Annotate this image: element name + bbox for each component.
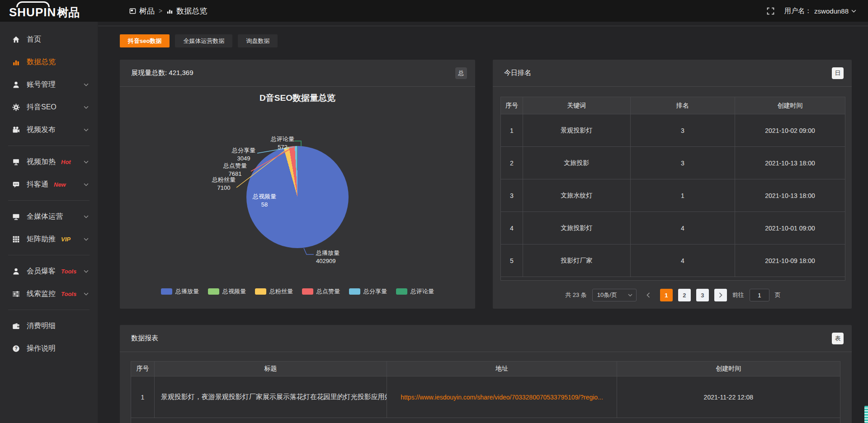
data-report-panel: 数据报表 表 序号 标题 地址 创建时间 — [120, 325, 852, 423]
breadcrumb: 树品 > 数据总览 — [129, 6, 207, 16]
page-button-1[interactable]: 1 — [660, 289, 673, 301]
legend-swatch — [302, 288, 313, 295]
legend-item-plays[interactable]: 总播放量 — [161, 287, 199, 296]
tools-badge: Tools — [61, 291, 76, 297]
pagination: 共 23 条 10条/页 1 2 3 — [500, 289, 845, 301]
user-icon — [12, 81, 20, 89]
chat-icon — [12, 181, 20, 188]
table-row: 3文旅水纹灯12021-10-13 18:00 — [501, 179, 845, 212]
table-row: 5投影灯厂家42021-10-09 18:00 — [501, 244, 845, 277]
logo-text-cn: 树品 — [57, 2, 80, 20]
video-camera-icon — [12, 126, 20, 134]
sidebar-item-consumption[interactable]: 消费明细 — [0, 315, 98, 337]
legend-item-likes[interactable]: 总点赞量 — [302, 287, 340, 296]
chevron-down-icon — [84, 160, 89, 164]
bar-chart-icon — [12, 58, 20, 66]
legend-swatch — [161, 288, 172, 295]
table-row: 2文旅投影32021-10-13 18:00 — [501, 147, 845, 179]
sidebar-item-member-leads[interactable]: 会员爆客 Tools — [0, 260, 98, 282]
breadcrumb-item-home[interactable]: 树品 — [129, 6, 155, 16]
seo-overview-panel: 展现量总数: 421,369 总 D音SEO数据量总览 总评论量572 总分享量… — [120, 60, 475, 309]
table-badge-button[interactable]: 表 — [832, 333, 844, 344]
top-bar: SHUPIN 树品 树品 > 数据总览 用户名：zswodun88 — [0, 0, 868, 22]
gear-icon — [12, 103, 20, 111]
breadcrumb-item-current[interactable]: 数据总览 — [166, 6, 207, 16]
page-button-2[interactable]: 2 — [678, 289, 691, 301]
impressions-total: 展现量总数: 421,369 — [131, 69, 193, 77]
breadcrumb-separator: > — [159, 7, 162, 14]
grid-icon — [12, 235, 20, 243]
pie-label-shares: 总分享量3049 — [222, 146, 265, 163]
total-badge-button[interactable]: 总 — [455, 67, 467, 79]
pie-label-fans: 总粉丝量7100 — [202, 176, 245, 192]
goto-suffix: 页 — [775, 291, 781, 299]
sidebar-item-media-operation[interactable]: 全媒体运营 — [0, 205, 98, 228]
fullscreen-icon[interactable] — [767, 7, 774, 15]
chevron-down-icon — [84, 106, 89, 109]
clipped-table-row — [500, 277, 845, 281]
chevron-left-icon — [646, 292, 650, 298]
vip-badge: VIP — [61, 236, 71, 243]
next-page-button[interactable] — [714, 289, 727, 301]
floating-widget[interactable] — [864, 406, 868, 423]
new-badge: New — [54, 181, 66, 188]
prev-page-button[interactable] — [642, 289, 655, 301]
day-badge-button[interactable]: 日 — [832, 67, 844, 79]
video-title-cell: 景观投影灯，夜游景观投影灯厂家展示展示落花灯在花园里的灯光投影应用效果 # — [154, 376, 387, 418]
col-rank: 排名 — [630, 97, 735, 114]
bar-chart-icon — [166, 8, 173, 14]
sidebar-item-video-publish[interactable]: 视频发布 — [0, 118, 98, 141]
tab-inquiry-data[interactable]: 询盘数据 — [238, 34, 278, 47]
window-icon — [129, 8, 136, 14]
chevron-down-icon — [851, 9, 856, 13]
tab-douyin-seo-data[interactable]: 抖音seo数据 — [120, 34, 170, 47]
tab-media-operation-data[interactable]: 全媒体运营数据 — [175, 34, 232, 47]
help-icon: ? — [12, 345, 20, 352]
sidebar-item-matrix-boost[interactable]: 矩阵助推 VIP — [0, 228, 98, 250]
goto-page-input[interactable] — [750, 289, 769, 301]
logo-arc — [16, 1, 50, 7]
col-title: 标题 — [154, 362, 387, 376]
chevron-down-icon — [84, 270, 89, 273]
table-header-row: 序号 关键词 排名 创建时间 — [501, 97, 845, 114]
sidebar-item-clue-monitor[interactable]: 线索监控 Tools — [0, 282, 98, 305]
sidebar-item-data-overview[interactable]: 数据总览 — [0, 51, 98, 73]
user-label: 用户名： — [784, 7, 811, 15]
hot-badge: Hot — [61, 159, 71, 165]
svg-text:?: ? — [14, 346, 17, 351]
chevron-down-icon — [84, 238, 89, 241]
chevron-down-icon — [628, 294, 632, 296]
app-logo: SHUPIN 树品 — [0, 0, 98, 22]
legend-item-comments[interactable]: 总评论量 — [396, 287, 434, 296]
clipped-table-row — [131, 418, 840, 423]
tools-badge: Tools — [61, 268, 76, 275]
sidebar-item-douyin-seo[interactable]: 抖音SEO — [0, 96, 98, 118]
data-tabs: 抖音seo数据 全媒体运营数据 询盘数据 — [120, 34, 852, 47]
user-menu[interactable]: 用户名：zswodun88 — [784, 7, 856, 15]
legend-item-shares[interactable]: 总分享量 — [349, 287, 387, 296]
username: zswodun88 — [814, 7, 849, 15]
sidebar-item-account[interactable]: 账号管理 — [0, 73, 98, 96]
sidebar-item-douketong[interactable]: 抖客通 New — [0, 173, 98, 196]
chevron-down-icon — [84, 128, 89, 132]
sidebar-item-video-heat[interactable]: 视频加热 Hot — [0, 150, 98, 173]
table-row: 1 景观投影灯，夜游景观投影灯厂家展示展示落花灯在花园里的灯光投影应用效果 # … — [131, 376, 840, 418]
legend-item-videos[interactable]: 总视频量 — [208, 287, 246, 296]
col-url: 地址 — [387, 362, 617, 376]
col-index: 序号 — [501, 97, 523, 114]
col-created: 创建时间 — [617, 362, 840, 376]
chevron-down-icon — [84, 183, 89, 186]
chevron-right-icon — [719, 292, 722, 298]
page-button-3[interactable]: 3 — [696, 289, 709, 301]
page-size-select[interactable]: 10条/页 — [592, 289, 637, 301]
legend-item-fans[interactable]: 总粉丝量 — [255, 287, 293, 296]
sidebar-divider — [8, 146, 90, 146]
table-header-row: 序号 标题 地址 创建时间 — [131, 362, 840, 376]
video-link[interactable]: https://www.iesdouyin.com/share/video/70… — [392, 394, 612, 401]
today-ranking-panel: 今日排名 日 序号 关键词 排名 创建时间 — [493, 60, 852, 309]
goto-label: 前往 — [732, 291, 744, 299]
sidebar-divider — [8, 255, 90, 255]
table-row: 1景观投影灯32021-10-02 09:00 — [501, 114, 845, 147]
sidebar-item-home[interactable]: 首页 — [0, 28, 98, 51]
sidebar-item-help[interactable]: ? 操作说明 — [0, 337, 98, 360]
